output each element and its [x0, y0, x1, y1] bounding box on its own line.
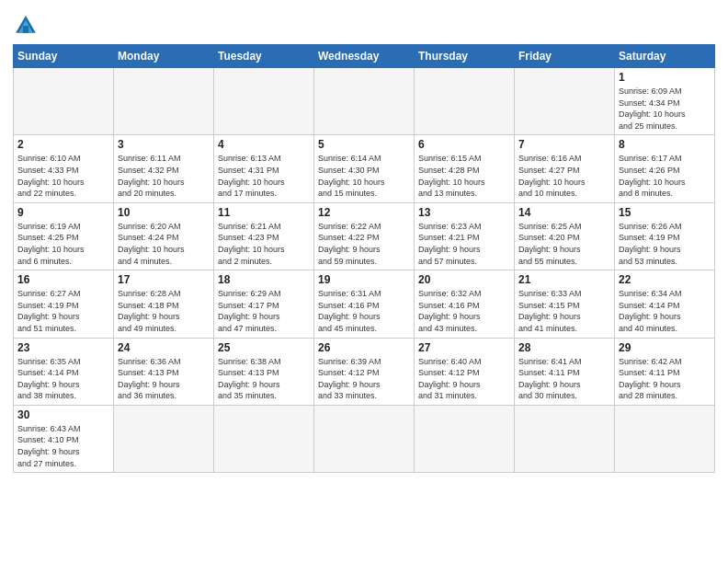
day-info: Sunrise: 6:38 AM Sunset: 4:13 PM Dayligh… — [218, 356, 310, 402]
calendar-cell: 20Sunrise: 6:32 AM Sunset: 4:16 PM Dayli… — [415, 270, 515, 338]
day-info: Sunrise: 6:43 AM Sunset: 4:10 PM Dayligh… — [17, 423, 109, 469]
calendar-week-row: 1Sunrise: 6:09 AM Sunset: 4:34 PM Daylig… — [14, 68, 715, 135]
day-number: 22 — [619, 273, 711, 286]
day-number: 8 — [619, 138, 711, 151]
day-info: Sunrise: 6:25 AM Sunset: 4:20 PM Dayligh… — [518, 221, 610, 267]
day-info: Sunrise: 6:39 AM Sunset: 4:12 PM Dayligh… — [318, 356, 410, 402]
logo — [13, 13, 42, 39]
calendar-cell: 28Sunrise: 6:41 AM Sunset: 4:11 PM Dayli… — [515, 338, 615, 405]
day-number: 10 — [118, 206, 210, 219]
day-number: 4 — [218, 138, 310, 151]
day-number: 21 — [518, 273, 610, 286]
calendar-cell: 21Sunrise: 6:33 AM Sunset: 4:15 PM Dayli… — [515, 270, 615, 338]
calendar-cell: 9Sunrise: 6:19 AM Sunset: 4:25 PM Daylig… — [14, 202, 114, 270]
calendar-cell — [114, 68, 214, 135]
calendar-cell — [314, 68, 415, 135]
calendar-body: 1Sunrise: 6:09 AM Sunset: 4:34 PM Daylig… — [14, 68, 715, 473]
day-info: Sunrise: 6:16 AM Sunset: 4:27 PM Dayligh… — [518, 153, 610, 199]
day-info: Sunrise: 6:13 AM Sunset: 4:31 PM Dayligh… — [218, 153, 310, 199]
day-info: Sunrise: 6:35 AM Sunset: 4:14 PM Dayligh… — [17, 356, 109, 402]
weekday-header-saturday: Saturday — [615, 45, 715, 68]
day-info: Sunrise: 6:15 AM Sunset: 4:28 PM Dayligh… — [418, 153, 510, 199]
calendar-header: SundayMondayTuesdayWednesdayThursdayFrid… — [14, 45, 715, 68]
calendar: SundayMondayTuesdayWednesdayThursdayFrid… — [13, 44, 715, 473]
day-info: Sunrise: 6:42 AM Sunset: 4:11 PM Dayligh… — [619, 356, 711, 402]
day-info: Sunrise: 6:17 AM Sunset: 4:26 PM Dayligh… — [619, 153, 711, 199]
calendar-cell: 8Sunrise: 6:17 AM Sunset: 4:26 PM Daylig… — [615, 135, 715, 202]
calendar-cell: 11Sunrise: 6:21 AM Sunset: 4:23 PM Dayli… — [214, 202, 314, 270]
day-number: 12 — [318, 206, 410, 219]
calendar-cell: 22Sunrise: 6:34 AM Sunset: 4:14 PM Dayli… — [615, 270, 715, 338]
calendar-cell: 29Sunrise: 6:42 AM Sunset: 4:11 PM Dayli… — [615, 338, 715, 405]
calendar-cell: 10Sunrise: 6:20 AM Sunset: 4:24 PM Dayli… — [114, 202, 214, 270]
day-info: Sunrise: 6:41 AM Sunset: 4:11 PM Dayligh… — [518, 356, 610, 402]
calendar-cell: 27Sunrise: 6:40 AM Sunset: 4:12 PM Dayli… — [415, 338, 515, 405]
calendar-week-row: 9Sunrise: 6:19 AM Sunset: 4:25 PM Daylig… — [14, 202, 715, 270]
day-info: Sunrise: 6:29 AM Sunset: 4:17 PM Dayligh… — [218, 288, 310, 334]
weekday-header-thursday: Thursday — [415, 45, 515, 68]
svg-rect-2 — [23, 26, 28, 33]
weekday-header-friday: Friday — [515, 45, 615, 68]
calendar-cell: 16Sunrise: 6:27 AM Sunset: 4:19 PM Dayli… — [14, 270, 114, 338]
calendar-cell — [415, 405, 515, 472]
calendar-cell — [415, 68, 515, 135]
calendar-cell — [214, 68, 314, 135]
day-number: 29 — [619, 341, 711, 354]
calendar-week-row: 2Sunrise: 6:10 AM Sunset: 4:33 PM Daylig… — [14, 135, 715, 202]
calendar-cell: 26Sunrise: 6:39 AM Sunset: 4:12 PM Dayli… — [314, 338, 415, 405]
day-number: 7 — [518, 138, 610, 151]
day-info: Sunrise: 6:36 AM Sunset: 4:13 PM Dayligh… — [118, 356, 210, 402]
day-number: 1 — [619, 71, 711, 84]
day-number: 30 — [17, 408, 109, 421]
day-number: 6 — [418, 138, 510, 151]
day-info: Sunrise: 6:09 AM Sunset: 4:34 PM Dayligh… — [619, 86, 711, 132]
day-number: 25 — [218, 341, 310, 354]
calendar-cell: 7Sunrise: 6:16 AM Sunset: 4:27 PM Daylig… — [515, 135, 615, 202]
calendar-cell: 25Sunrise: 6:38 AM Sunset: 4:13 PM Dayli… — [214, 338, 314, 405]
day-number: 20 — [418, 273, 510, 286]
header — [13, 9, 715, 39]
day-info: Sunrise: 6:31 AM Sunset: 4:16 PM Dayligh… — [318, 288, 410, 334]
calendar-cell: 24Sunrise: 6:36 AM Sunset: 4:13 PM Dayli… — [114, 338, 214, 405]
calendar-week-row: 23Sunrise: 6:35 AM Sunset: 4:14 PM Dayli… — [14, 338, 715, 405]
day-info: Sunrise: 6:33 AM Sunset: 4:15 PM Dayligh… — [518, 288, 610, 334]
day-number: 19 — [318, 273, 410, 286]
weekday-header-monday: Monday — [114, 45, 214, 68]
day-info: Sunrise: 6:22 AM Sunset: 4:22 PM Dayligh… — [318, 221, 410, 267]
day-number: 9 — [17, 206, 109, 219]
calendar-cell: 1Sunrise: 6:09 AM Sunset: 4:34 PM Daylig… — [615, 68, 715, 135]
weekday-header-tuesday: Tuesday — [214, 45, 314, 68]
day-number: 16 — [17, 273, 109, 286]
calendar-cell: 30Sunrise: 6:43 AM Sunset: 4:10 PM Dayli… — [14, 405, 114, 472]
calendar-cell: 13Sunrise: 6:23 AM Sunset: 4:21 PM Dayli… — [415, 202, 515, 270]
generalblue-logo-icon — [13, 13, 39, 39]
weekday-header-sunday: Sunday — [14, 45, 114, 68]
weekday-header-wednesday: Wednesday — [314, 45, 415, 68]
day-info: Sunrise: 6:21 AM Sunset: 4:23 PM Dayligh… — [218, 221, 310, 267]
calendar-cell — [615, 405, 715, 472]
day-number: 2 — [17, 138, 109, 151]
day-number: 27 — [418, 341, 510, 354]
calendar-cell — [515, 68, 615, 135]
calendar-cell: 6Sunrise: 6:15 AM Sunset: 4:28 PM Daylig… — [415, 135, 515, 202]
calendar-cell: 5Sunrise: 6:14 AM Sunset: 4:30 PM Daylig… — [314, 135, 415, 202]
day-number: 23 — [17, 341, 109, 354]
day-number: 17 — [118, 273, 210, 286]
calendar-cell — [314, 405, 415, 472]
page: SundayMondayTuesdayWednesdayThursdayFrid… — [0, 0, 728, 563]
calendar-cell: 19Sunrise: 6:31 AM Sunset: 4:16 PM Dayli… — [314, 270, 415, 338]
calendar-cell — [114, 405, 214, 472]
day-info: Sunrise: 6:14 AM Sunset: 4:30 PM Dayligh… — [318, 153, 410, 199]
calendar-cell: 18Sunrise: 6:29 AM Sunset: 4:17 PM Dayli… — [214, 270, 314, 338]
day-number: 18 — [218, 273, 310, 286]
day-number: 5 — [318, 138, 410, 151]
calendar-cell — [214, 405, 314, 472]
day-info: Sunrise: 6:40 AM Sunset: 4:12 PM Dayligh… — [418, 356, 510, 402]
day-info: Sunrise: 6:20 AM Sunset: 4:24 PM Dayligh… — [118, 221, 210, 267]
day-info: Sunrise: 6:11 AM Sunset: 4:32 PM Dayligh… — [118, 153, 210, 199]
day-info: Sunrise: 6:34 AM Sunset: 4:14 PM Dayligh… — [619, 288, 711, 334]
day-info: Sunrise: 6:26 AM Sunset: 4:19 PM Dayligh… — [619, 221, 711, 267]
day-number: 14 — [518, 206, 610, 219]
day-number: 28 — [518, 341, 610, 354]
day-info: Sunrise: 6:23 AM Sunset: 4:21 PM Dayligh… — [418, 221, 510, 267]
